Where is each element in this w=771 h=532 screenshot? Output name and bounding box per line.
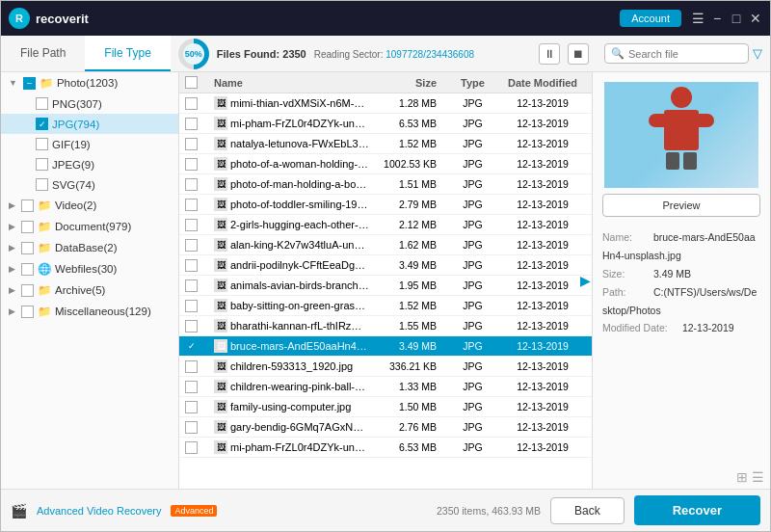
- sidebar-item-webfiles[interactable]: ▶ 🌐 Webfiles(30): [1, 258, 178, 279]
- adv-video-label[interactable]: Advanced Video Recovery: [37, 505, 161, 517]
- sidebar-label-archive: Archive(5): [55, 284, 105, 296]
- file-name: photo-of-toddler-smiling-1912868.jpg: [230, 199, 369, 210]
- sidebar: ▼ – 📁 Photo(1203) PNG(307) ✓ JPG(794) GI…: [1, 72, 179, 489]
- sidebar-item-document[interactable]: ▶ 📁 Document(979): [1, 216, 178, 237]
- sidebar-label-video: Video(2): [55, 200, 96, 211]
- file-checkbox[interactable]: [185, 441, 198, 454]
- col-header-name: Name: [214, 77, 369, 89]
- file-checkbox[interactable]: [185, 421, 198, 434]
- checkbox-document[interactable]: [21, 221, 34, 233]
- file-row[interactable]: 🖼animals-avian-birds-branch-459326.jpg..…: [179, 276, 592, 296]
- preview-button[interactable]: Preview: [602, 194, 760, 217]
- sidebar-item-jpg[interactable]: ✓ JPG(794): [1, 114, 178, 134]
- sidebar-item-database[interactable]: ▶ 📁 DataBase(2): [1, 237, 178, 258]
- sidebar-item-jpeg[interactable]: JPEG(9): [1, 154, 178, 174]
- checkbox-video[interactable]: [21, 200, 34, 212]
- sidebar-item-gif[interactable]: GIF(19): [1, 134, 178, 154]
- file-row[interactable]: 🖼mimi-thian-vdXMSiX-n6M-unsplash.jpg1.28…: [179, 93, 592, 114]
- checkbox-svg[interactable]: [36, 178, 48, 191]
- file-row[interactable]: 🖼photo-of-a-woman-holding-an-ipad-7...10…: [179, 154, 592, 174]
- file-checkbox[interactable]: [185, 97, 198, 110]
- close-button[interactable]: ✕: [749, 12, 762, 25]
- checkbox-webfiles[interactable]: [21, 263, 34, 276]
- select-all-checkbox[interactable]: [185, 76, 198, 89]
- checkbox-gif[interactable]: [36, 138, 48, 150]
- menu-icon[interactable]: ☰: [691, 12, 705, 25]
- scroll-arrow-right: ▶: [580, 273, 591, 288]
- file-row[interactable]: 🖼2-girls-hugging-each-other-outdoor-...2…: [179, 215, 592, 235]
- file-checkbox[interactable]: [185, 360, 198, 373]
- file-checkbox[interactable]: [185, 138, 198, 150]
- file-row[interactable]: 🖼bharathi-kannan-rfL-thIRzDs-unsplash...…: [179, 316, 592, 336]
- checkbox-photo[interactable]: –: [23, 77, 36, 90]
- file-type-icon: 🖼: [214, 420, 227, 434]
- sidebar-item-video[interactable]: ▶ 📁 Video(2): [1, 195, 178, 216]
- checkbox-misc[interactable]: [21, 306, 34, 318]
- file-column-headers: Name Size Type Date Modified: [179, 72, 592, 93]
- sidebar-item-png[interactable]: PNG(307): [1, 93, 178, 114]
- file-date: 12-13-2019: [499, 178, 586, 190]
- account-button[interactable]: Account: [620, 10, 681, 27]
- file-row[interactable]: 🖼alan-king-K2v7w34tluA-unsplash.jpg1.62 …: [179, 235, 592, 255]
- checkbox-database[interactable]: [21, 242, 34, 254]
- file-checkbox[interactable]: [185, 279, 198, 292]
- back-button[interactable]: Back: [550, 497, 625, 524]
- file-list-scroll[interactable]: 🖼mimi-thian-vdXMSiX-n6M-unsplash.jpg1.28…: [179, 93, 592, 489]
- file-checkbox[interactable]: [185, 178, 198, 191]
- file-type-icon: 🖼: [214, 157, 227, 171]
- file-checkbox[interactable]: [185, 381, 198, 393]
- file-checkbox[interactable]: [185, 239, 198, 252]
- checkbox-png[interactable]: [36, 97, 48, 110]
- file-type: JPG: [446, 320, 499, 332]
- file-row[interactable]: 🖼photo-of-man-holding-a-book-92702...1.5…: [179, 174, 592, 195]
- sidebar-item-svg[interactable]: SVG(74): [1, 174, 178, 195]
- minimize-button[interactable]: −: [710, 12, 724, 25]
- search-box[interactable]: 🔍: [604, 43, 749, 64]
- file-row[interactable]: 🖼children-wearing-pink-ball-dress-360...…: [179, 377, 592, 397]
- sidebar-item-archive[interactable]: ▶ 📁 Archive(5): [1, 279, 178, 301]
- file-row[interactable]: 🖼family-using-computer.jpg1.50 MBJPG12-1…: [179, 397, 592, 417]
- search-input[interactable]: [628, 48, 742, 60]
- sidebar-item-misc[interactable]: ▶ 📁 Miscellaneous(129): [1, 301, 178, 322]
- expand-icon-archive: ▶: [9, 285, 15, 295]
- file-row[interactable]: 🖼mi-pham-FrZL0r4DZYk-unsplash.jpg6.53 MB…: [179, 114, 592, 134]
- person-head: [671, 87, 692, 108]
- file-checkbox[interactable]: [185, 158, 198, 171]
- file-checkbox[interactable]: [185, 199, 198, 211]
- list-view-icon[interactable]: ☰: [752, 469, 764, 485]
- checkbox-archive[interactable]: [21, 284, 34, 297]
- tab-filepath[interactable]: File Path: [1, 36, 85, 71]
- file-date: 12-13-2019: [499, 138, 586, 149]
- file-type: JPG: [446, 340, 499, 352]
- file-checkbox[interactable]: [185, 300, 198, 312]
- expand-icon-misc: ▶: [9, 306, 15, 316]
- folder-icon-document: 📁: [38, 220, 51, 233]
- file-row[interactable]: 🖼natalya-letunova-FWxEbL34i4Y-unspl...1.…: [179, 134, 592, 154]
- file-row[interactable]: 🖼mi-pham-FrZL0r4DZYk-unsplash.jpg6.53 MB…: [179, 438, 592, 458]
- filter-icon[interactable]: ▽: [753, 46, 762, 61]
- checkbox-jpeg[interactable]: [36, 158, 48, 171]
- file-checkbox[interactable]: [185, 401, 198, 413]
- file-row[interactable]: 🖼photo-of-toddler-smiling-1912868.jpg2.7…: [179, 195, 592, 215]
- maximize-button[interactable]: □: [730, 12, 743, 25]
- file-row[interactable]: 🖼baby-sitting-on-green-grass-beside-...1…: [179, 296, 592, 316]
- file-date: 12-13-2019: [499, 239, 586, 251]
- grid-view-icon[interactable]: ⊞: [736, 469, 748, 485]
- recover-button[interactable]: Recover: [634, 495, 760, 525]
- file-row[interactable]: 🖼children-593313_1920.jpg336.21 KBJPG12-…: [179, 357, 592, 377]
- sidebar-item-photo[interactable]: ▼ – 📁 Photo(1203): [1, 72, 178, 93]
- checkbox-jpg[interactable]: ✓: [36, 118, 48, 130]
- file-checkbox[interactable]: [185, 320, 198, 332]
- file-checkbox[interactable]: [185, 259, 198, 272]
- pause-button[interactable]: ⏸: [539, 43, 560, 65]
- file-name: mi-pham-FrZL0r4DZYk-unsplash.jpg: [230, 441, 369, 453]
- tab-filetype[interactable]: File Type: [85, 36, 170, 71]
- file-row[interactable]: 🖼gary-bendig-6GMq7AGxNbE-unsplash...2.76…: [179, 417, 592, 438]
- file-checkbox[interactable]: [185, 219, 198, 231]
- file-row[interactable]: 🖼andrii-podilnyk-CFftEeaDg1I-unsplash...…: [179, 255, 592, 276]
- file-checkbox[interactable]: [185, 118, 198, 130]
- file-size: 1.33 MB: [369, 381, 446, 392]
- file-row[interactable]: ✓🖼bruce-mars-AndE50aaHn4-unsplash...3.49…: [179, 336, 592, 357]
- stop-button[interactable]: ⏹: [568, 43, 589, 65]
- file-checkbox[interactable]: ✓: [185, 340, 198, 353]
